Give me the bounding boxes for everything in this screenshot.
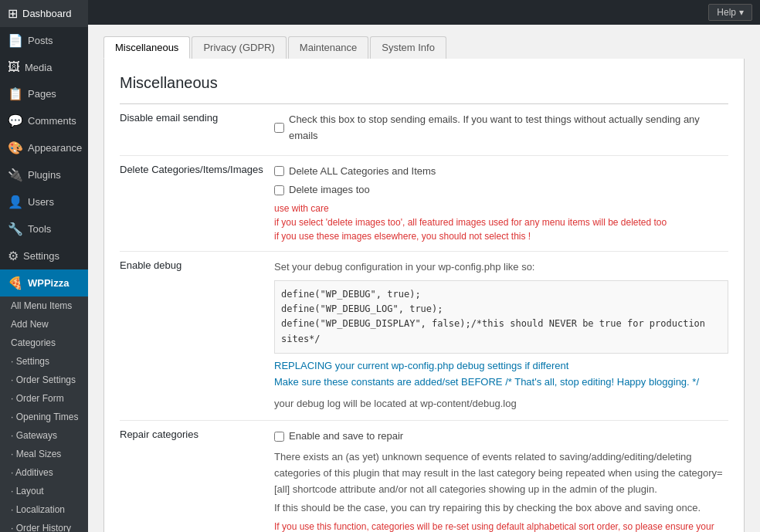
repair-checkbox-row: Enable and save to repair: [274, 429, 728, 445]
media-icon: 🖼: [8, 60, 20, 74]
sidebar-item-dashboard[interactable]: ⊞ Dashboard: [0, 0, 88, 27]
sidebar-item-label: Tools: [28, 223, 51, 235]
repair-para2: If this should be the case, you can try …: [274, 500, 728, 517]
disable-email-row: Check this box to stop sending emails. I…: [274, 112, 728, 144]
tab-bar: Miscellaneous Privacy (GDPR) Maintenance…: [103, 36, 745, 59]
submenu-settings[interactable]: · Settings: [0, 352, 88, 371]
submenu-order-history[interactable]: · Order History: [0, 519, 88, 532]
delete-all-text: Delete ALL Categories and Items: [289, 164, 436, 180]
table-row: Enable debug Set your debug configuratio…: [120, 252, 728, 421]
page-title: Miscellaneous: [120, 74, 728, 92]
submenu-add-new[interactable]: Add New: [0, 315, 88, 334]
sidebar-item-plugins[interactable]: 🔌 Plugins: [0, 161, 88, 188]
page-content-box: Miscellaneous Disable email sending Chec…: [103, 59, 745, 532]
sidebar-item-label: Plugins: [28, 169, 61, 181]
tab-privacy-gdpr[interactable]: Privacy (GDPR): [192, 36, 286, 59]
debug-value: Set your debug configuration in your wp-…: [274, 252, 728, 421]
table-row: Delete Categories/Items/Images Delete AL…: [120, 155, 728, 252]
submenu-meal-sizes[interactable]: · Meal Sizes: [0, 445, 88, 463]
debug-code: define("WP_DEBUG", true); define("WP_DEB…: [274, 280, 728, 354]
sidebar-item-label: Comments: [28, 115, 76, 127]
delete-all-row: Delete ALL Categories and Items: [274, 164, 728, 180]
debug-intro: Set your debug configuration in your wp-…: [274, 259, 728, 276]
sidebar-item-wppizza[interactable]: 🍕 WPPizza: [0, 269, 88, 296]
sidebar-item-label: Pages: [28, 88, 56, 100]
delete-images-checkbox[interactable]: [274, 185, 284, 195]
plugins-icon: 🔌: [8, 168, 23, 182]
delete-images-text: Delete images too: [289, 182, 370, 198]
repair-label: Repair categories: [120, 421, 274, 532]
delete-all-checkbox[interactable]: [274, 166, 284, 176]
submenu-additives[interactable]: · Additives: [0, 463, 88, 482]
settings-table: Disable email sending Check this box to …: [120, 103, 728, 532]
sidebar: ⊞ Dashboard 📄 Posts 🖼 Media 📋 Pages 💬 Co…: [0, 0, 88, 532]
repair-checkbox-label: Enable and save to repair: [289, 429, 403, 445]
tab-miscellaneous[interactable]: Miscellaneous: [103, 36, 190, 59]
sidebar-item-settings[interactable]: ⚙ Settings: [0, 242, 88, 269]
submenu-opening-times[interactable]: · Opening Times: [0, 408, 88, 426]
submenu-order-settings[interactable]: · Order Settings: [0, 371, 88, 389]
table-row: Repair categories Enable and save to rep…: [120, 421, 728, 532]
settings-icon: ⚙: [8, 249, 19, 263]
tab-maintenance[interactable]: Maintenance: [288, 36, 368, 59]
chevron-down-icon: ▾: [739, 7, 744, 18]
delete-images-row: Delete images too: [274, 182, 728, 198]
sidebar-item-users[interactable]: 👤 Users: [0, 188, 88, 215]
posts-icon: 📄: [8, 33, 23, 48]
repair-para1: There exists an (as yet) unknown sequenc…: [274, 449, 728, 497]
help-button[interactable]: Help ▾: [708, 4, 752, 21]
debug-replacing: REPLACING your current wp-config.php deb…: [274, 358, 728, 374]
comments-icon: 💬: [8, 114, 23, 128]
wppizza-submenu: All Menu Items Add New Categories · Sett…: [0, 296, 88, 532]
sidebar-item-label: Dashboard: [22, 8, 72, 19]
submenu-layout[interactable]: · Layout: [0, 482, 88, 500]
tools-icon: 🔧: [8, 222, 23, 236]
submenu-order-form[interactable]: · Order Form: [0, 389, 88, 408]
submenu-gateways[interactable]: · Gateways: [0, 426, 88, 445]
sidebar-item-comments[interactable]: 💬 Comments: [0, 107, 88, 134]
users-icon: 👤: [8, 195, 23, 209]
sidebar-item-appearance[interactable]: 🎨 Appearance: [0, 134, 88, 161]
debug-make-sure: Make sure these constants are added/set …: [274, 374, 728, 391]
sidebar-item-posts[interactable]: 📄 Posts: [0, 27, 88, 54]
disable-email-value: Check this box to stop sending emails. I…: [274, 104, 728, 156]
disable-email-text: Check this box to stop sending emails. I…: [289, 112, 728, 144]
repair-value: Enable and save to repair There exists a…: [274, 421, 728, 532]
disable-email-label: Disable email sending: [120, 104, 274, 156]
sidebar-item-media[interactable]: 🖼 Media: [0, 54, 88, 80]
dashboard-icon: ⊞: [8, 6, 18, 21]
main-area: Help ▾ Miscellaneous Privacy (GDPR) Main…: [88, 0, 760, 532]
submenu-categories[interactable]: Categories: [0, 334, 88, 352]
submenu-localization[interactable]: · Localization: [0, 500, 88, 519]
sidebar-item-label: Users: [28, 196, 54, 208]
pages-icon: 📋: [8, 86, 23, 101]
delete-warning: use with care if you select 'delete imag…: [274, 202, 728, 243]
sidebar-item-label: Appearance: [28, 142, 82, 154]
repair-warning: If you use this function, categories wil…: [274, 520, 728, 532]
debug-label: Enable debug: [120, 252, 274, 421]
sidebar-item-tools[interactable]: 🔧 Tools: [0, 215, 88, 242]
delete-categories-value: Delete ALL Categories and Items Delete i…: [274, 155, 728, 252]
table-row: Disable email sending Check this box to …: [120, 104, 728, 156]
sidebar-item-label: Posts: [28, 35, 53, 46]
sidebar-item-label: Media: [25, 62, 52, 73]
disable-email-checkbox[interactable]: [274, 123, 284, 133]
content-area: Miscellaneous Privacy (GDPR) Maintenance…: [88, 25, 760, 532]
appearance-icon: 🎨: [8, 141, 23, 155]
sidebar-item-pages[interactable]: 📋 Pages: [0, 80, 88, 107]
debug-replacing-block: REPLACING your current wp-config.php deb…: [274, 358, 728, 391]
delete-categories-label: Delete Categories/Items/Images: [120, 155, 274, 252]
wppizza-icon: 🍕: [8, 276, 23, 290]
submenu-all-menu-items[interactable]: All Menu Items: [0, 296, 88, 315]
debug-log-location: your debug log will be located at wp-con…: [274, 396, 728, 412]
tab-system-info[interactable]: System Info: [370, 36, 446, 59]
sidebar-item-label: Settings: [23, 250, 59, 262]
topbar: Help ▾: [88, 0, 760, 25]
sidebar-wppizza-label: WPPizza: [28, 277, 69, 289]
repair-checkbox[interactable]: [274, 432, 284, 442]
